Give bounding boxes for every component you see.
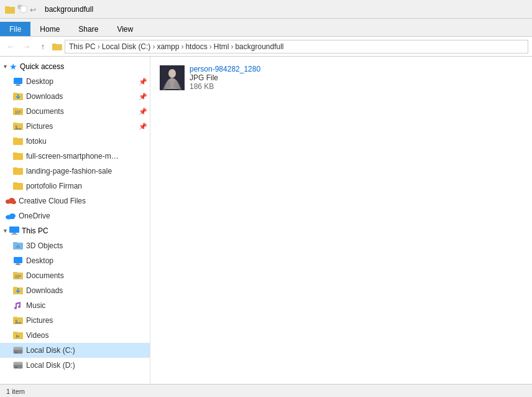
file-item-person[interactable]: person-984282_1280 JPG File 186 KB [155,62,527,94]
sidebar-item-onedrive-label: OneDrive [19,212,50,220]
file-thumbnail [160,65,185,90]
sidebar-item-videos-label: Videos [26,331,48,340]
pictures2-icon [12,315,24,326]
svg-rect-54 [13,332,17,334]
up-button[interactable]: ↑ [36,40,50,54]
svg-rect-42 [16,264,21,265]
sidebar-item-pictures-label: Pictures [26,122,53,131]
sidebar-item-landing[interactable]: landing-page-fashion-sale [0,164,150,179]
tab-share[interactable]: Share [69,22,108,36]
folder-fullscreen-icon [12,151,24,162]
documents2-icon [12,270,24,281]
desktop2-icon [12,255,24,266]
title-folder-icon [5,4,15,14]
sidebar-item-videos[interactable]: Videos [0,328,150,343]
title-bar: ↩ backgroundfull [0,0,532,19]
sidebar-item-documents[interactable]: Documents 📌 [0,104,150,119]
status-text: 1 item [6,388,25,395]
3dobjects-icon [12,240,24,251]
svg-text:↩: ↩ [30,6,36,14]
svg-rect-34 [7,217,14,219]
svg-rect-49 [13,287,17,289]
tab-file[interactable]: File [0,22,30,36]
sidebar-item-3dobjects[interactable]: 3D Objects [0,238,150,253]
svg-rect-15 [15,112,21,113]
quick-access-label: Quick access [20,62,64,71]
svg-rect-35 [9,227,19,233]
svg-rect-39 [13,242,17,244]
svg-rect-9 [16,85,21,86]
breadcrumb-htdocs: htdocs [185,42,207,51]
sidebar-item-fotoku[interactable]: fotoku [0,134,150,149]
svg-rect-36 [12,233,16,234]
pin-icon-documents: 📌 [139,108,147,116]
svg-rect-31 [7,201,14,203]
sidebar-item-3dobjects-label: 3D Objects [26,241,63,250]
sidebar-this-pc[interactable]: ▼ This PC [0,223,150,238]
svg-point-64 [168,69,176,78]
breadcrumb-path[interactable]: This PC › Local Disk (C:) › xampp › htdo… [65,40,528,54]
downloads2-icon [12,285,24,296]
quick-access-chevron: ▼ [2,63,8,70]
content-area: person-984282_1280 JPG File 186 KB [150,57,532,384]
svg-rect-21 [13,138,17,139]
svg-rect-47 [15,278,19,278]
sidebar-item-creative-cloud[interactable]: Creative Cloud Files [0,194,150,208]
tab-home[interactable]: Home [30,22,69,36]
sidebar-item-downloads2[interactable]: Downloads [0,283,150,298]
sidebar-item-documents-label: Documents [26,107,64,116]
svg-rect-51 [13,317,17,319]
sidebar-item-fotoku-label: fotoku [26,137,47,146]
breadcrumb-xampp: xampp [157,42,179,51]
svg-rect-40 [14,257,22,263]
sidebar-item-fullscreen[interactable]: full-screen-smartphone-mockup-d [0,149,150,164]
sidebar-item-music-label: Music [26,301,45,310]
sidebar-item-pictures[interactable]: Pictures 📌 [0,119,150,134]
pin-icon-desktop: 📌 [139,78,147,86]
sidebar-item-pictures2[interactable]: Pictures [0,313,150,328]
svg-rect-18 [13,123,17,124]
sidebar-item-downloads[interactable]: Downloads 📌 [0,89,150,104]
downloads-icon [12,91,24,102]
svg-rect-58 [15,352,17,353]
svg-rect-45 [15,275,21,276]
tab-view[interactable]: View [108,22,142,36]
sidebar-item-portofolio[interactable]: portofolio Firman [0,179,150,194]
sidebar-item-local-d[interactable]: Local Disk (D:) [0,358,150,373]
file-name: person-984282_1280 [190,65,260,73]
sidebar-item-onedrive[interactable]: OneDrive [0,208,150,223]
svg-rect-7 [14,78,22,84]
pin-icon-downloads: 📌 [139,93,147,101]
creative-cloud-icon [5,195,16,207]
svg-rect-14 [15,111,21,111]
thispc-icon [9,226,19,236]
svg-rect-6 [52,44,57,45]
title-bar-icons: ↩ [5,4,40,14]
onedrive-icon [5,210,16,222]
title-undo-icon: ↩ [30,4,40,14]
sidebar-item-music[interactable]: Music [0,298,150,313]
svg-rect-57 [14,347,22,350]
sidebar-item-local-c-label: Local Disk (C:) [26,346,75,355]
ribbon: File Home Share View [0,19,532,37]
svg-rect-1 [5,6,9,8]
breadcrumb-thispc: This PC [69,42,96,51]
svg-rect-8 [16,84,20,85]
sidebar-item-local-d-label: Local Disk (D:) [26,361,75,370]
forward-button[interactable]: → [20,40,34,54]
back-button[interactable]: ← [4,40,17,54]
svg-rect-13 [13,108,17,110]
sidebar-item-fullscreen-label: full-screen-smartphone-mockup-d [26,152,119,161]
main-container: ▼ ★ Quick access Desktop 📌 Downloads 📌 [0,57,532,384]
videos-icon [12,330,24,341]
svg-rect-61 [14,362,22,365]
jpg-thumbnail [160,65,185,90]
sidebar-quick-access[interactable]: ▼ ★ Quick access [0,59,150,74]
sidebar-item-documents2-label: Documents [26,271,64,280]
sidebar-item-desktop2[interactable]: Desktop [0,253,150,268]
sidebar-item-desktop[interactable]: Desktop 📌 [0,74,150,89]
title-text: backgroundfull [45,5,93,14]
sidebar-item-local-c[interactable]: Local Disk (C:) [0,343,150,358]
sidebar-item-documents2[interactable]: Documents [0,268,150,283]
svg-rect-59 [19,352,20,352]
